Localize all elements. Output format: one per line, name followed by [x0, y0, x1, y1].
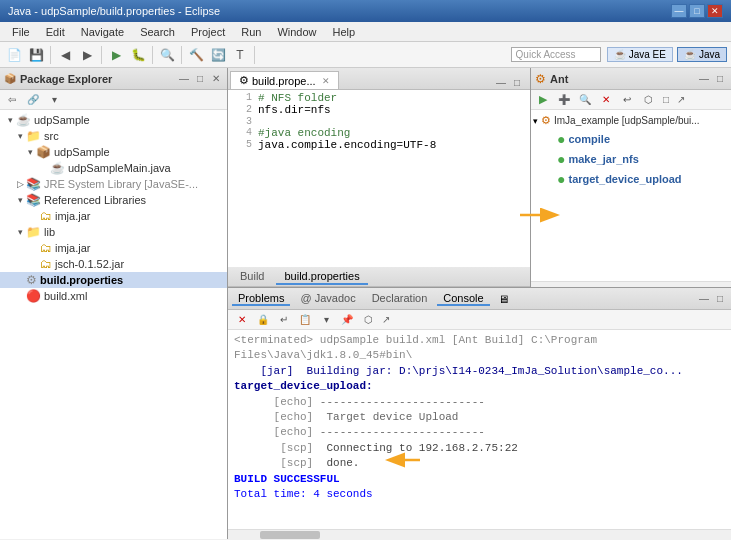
refresh-button[interactable]: 🔄 — [208, 45, 228, 65]
menu-navigate[interactable]: Navigate — [73, 24, 132, 40]
declaration-tab-btn[interactable]: Declaration — [366, 292, 434, 306]
collapse-all-button[interactable]: ⇦ — [2, 90, 22, 110]
menu-help[interactable]: Help — [325, 24, 364, 40]
java-perspective[interactable]: ☕ Java — [677, 47, 727, 62]
pin-console-button[interactable]: 📌 — [337, 310, 357, 330]
tree-item-udpsample-pkg[interactable]: ▾ 📦 udpSample — [0, 144, 227, 160]
word-wrap-button[interactable]: ↵ — [274, 310, 294, 330]
close-button[interactable]: ✕ — [707, 4, 723, 18]
ant-collapse-button[interactable]: □ — [659, 93, 673, 107]
file-tree: ▾ ☕ udpSample ▾ 📁 src ▾ 📦 udpSample — [0, 110, 227, 539]
jar-icon: 🗂 — [40, 209, 52, 223]
menu-run[interactable]: Run — [233, 24, 269, 40]
folder-icon: 📁 — [26, 225, 41, 239]
console-maximize-btn[interactable]: □ — [713, 292, 727, 306]
tree-item-reflibs[interactable]: ▾ 📚 Referenced Libraries — [0, 192, 227, 208]
tree-label: build.xml — [44, 290, 87, 302]
maximize-button[interactable]: □ — [689, 4, 705, 18]
editor-bottom-tabs: Build build.properties — [228, 267, 530, 287]
maximize-editor-button[interactable]: □ — [510, 75, 524, 89]
clear-console-button[interactable]: ✕ — [232, 310, 252, 330]
new-button[interactable]: 📄 — [4, 45, 24, 65]
tree-label: udpSample — [34, 114, 90, 126]
xml-icon: 🔴 — [26, 289, 41, 303]
tree-item-jre[interactable]: ▷ 📚 JRE System Library [JavaSE-... — [0, 176, 227, 192]
package-explorer-panel: 📦 Package Explorer — □ ✕ ⇦ 🔗 ▾ ▾ ☕ udpSa… — [0, 68, 228, 539]
ant-remove-button[interactable]: ✕ — [596, 90, 616, 110]
tree-item-build-props[interactable]: ⚙ build.properties — [0, 272, 227, 288]
tab-label: build.prope... — [252, 75, 316, 87]
ant-run-button[interactable]: ▶ — [533, 90, 553, 110]
tab-close-icon[interactable]: ✕ — [322, 76, 330, 86]
problems-tab-btn[interactable]: Problems — [232, 292, 290, 306]
tree-item-build-xml[interactable]: 🔴 build.xml — [0, 288, 227, 304]
scroll-lock-button[interactable]: 🔒 — [253, 310, 273, 330]
build-tab[interactable]: Build — [232, 269, 272, 285]
console-tab-btn[interactable]: Console — [437, 292, 489, 306]
ant-target-makejar[interactable]: ● make_jar_nfs — [533, 149, 729, 169]
ant-external-button[interactable]: ↗ — [674, 93, 688, 107]
back-button[interactable]: ◀ — [55, 45, 75, 65]
menu-search[interactable]: Search — [132, 24, 183, 40]
ant-target-upload[interactable]: ● target_device_upload — [533, 169, 729, 189]
ant-toolbar: ▶ ➕ 🔍 ✕ ↩ ⬡ □ ↗ — [531, 90, 731, 110]
close-panel-button[interactable]: ✕ — [209, 72, 223, 86]
tree-label: imja.jar — [55, 210, 90, 222]
tree-label: src — [44, 130, 59, 142]
tree-item-src[interactable]: ▾ 📁 src — [0, 128, 227, 144]
minimize-editor-button[interactable]: — — [494, 75, 508, 89]
console-ext-button[interactable]: ↗ — [379, 313, 393, 327]
run-button[interactable]: ▶ — [106, 45, 126, 65]
tree-item-imja-jar[interactable]: 🗂 imja.jar — [0, 240, 227, 256]
java-label: Java — [699, 49, 720, 60]
code-editor[interactable]: 1 # NFS folder 2 nfs.dir=nfs 3 4 #java e… — [228, 90, 530, 267]
ant-maximize-button[interactable]: □ — [713, 72, 727, 86]
java-ee-perspective[interactable]: ☕ Java EE — [607, 47, 673, 62]
minimize-panel-button[interactable]: — — [177, 72, 191, 86]
ant-root-item[interactable]: ▾ ⚙ ImJa_example [udpSample/bui... — [533, 112, 729, 129]
tree-item-lib[interactable]: ▾ 📁 lib — [0, 224, 227, 240]
tree-item-jsch-jar[interactable]: 🗂 jsch-0.1.52.jar — [0, 256, 227, 272]
console-panel-icon: 🖥 — [498, 293, 509, 305]
menu-project[interactable]: Project — [183, 24, 233, 40]
ant-view-menu-button[interactable]: ⬡ — [638, 90, 658, 110]
expand-arrow: ▾ — [14, 195, 26, 205]
panel-controls: — □ ✕ — [177, 72, 223, 86]
console-menu-button[interactable]: ⬡ — [358, 310, 378, 330]
center-right-area: ⚙ build.prope... ✕ — □ 1 # NFS folder — [228, 68, 731, 539]
tree-item-main-java[interactable]: ☕ udpSampleMain.java — [0, 160, 227, 176]
tree-item-udpsample[interactable]: ▾ ☕ udpSample — [0, 112, 227, 128]
build-properties-tab[interactable]: build.properties — [276, 269, 367, 285]
menu-window[interactable]: Window — [269, 24, 324, 40]
new-console-button[interactable]: 📋 — [295, 310, 315, 330]
ant-refresh-button[interactable]: ↩ — [617, 90, 637, 110]
link-editor-button[interactable]: 🔗 — [23, 90, 43, 110]
ant-search-button[interactable]: 🔍 — [575, 90, 595, 110]
javadoc-tab-btn[interactable]: @ Javadoc — [294, 292, 361, 306]
search-button[interactable]: 🔍 — [157, 45, 177, 65]
console-horizontal-scrollbar[interactable] — [228, 529, 731, 539]
ant-minimize-button[interactable]: — — [697, 72, 711, 86]
forward-button[interactable]: ▶ — [77, 45, 97, 65]
editor-tab-buildprops[interactable]: ⚙ build.prope... ✕ — [230, 71, 339, 89]
maximize-panel-button[interactable]: □ — [193, 72, 207, 86]
build-button[interactable]: 🔨 — [186, 45, 206, 65]
open-type-button[interactable]: T — [230, 45, 250, 65]
toolbar-separator-3 — [152, 46, 153, 64]
save-button[interactable]: 💾 — [26, 45, 46, 65]
console-minimize-btn[interactable]: — — [697, 292, 711, 306]
debug-button[interactable]: 🐛 — [128, 45, 148, 65]
menu-edit[interactable]: Edit — [38, 24, 73, 40]
console-view-menu[interactable]: ▾ — [316, 310, 336, 330]
java-ee-label: Java EE — [629, 49, 666, 60]
tree-item-imja-ref[interactable]: 🗂 imja.jar — [0, 208, 227, 224]
ant-add-button[interactable]: ➕ — [554, 90, 574, 110]
ant-target-compile[interactable]: ● compile — [533, 129, 729, 149]
tree-label: build.properties — [40, 274, 123, 286]
minimize-button[interactable]: — — [671, 4, 687, 18]
expand-arrow: ▾ — [4, 115, 16, 125]
menu-file[interactable]: File — [4, 24, 38, 40]
console-output[interactable]: <terminated> udpSample build.xml [Ant Bu… — [228, 330, 731, 529]
view-menu-button[interactable]: ▾ — [44, 90, 64, 110]
quick-access-input[interactable]: Quick Access — [511, 47, 601, 62]
